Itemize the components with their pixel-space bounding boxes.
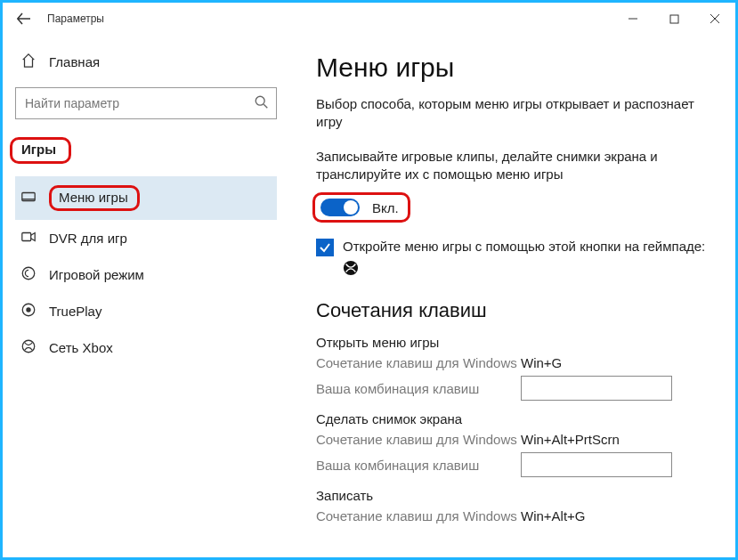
home-nav[interactable]: Главная xyxy=(15,47,277,84)
page-description-1: Выбор способа, которым меню игры открыва… xyxy=(316,95,708,132)
category-header: Игры xyxy=(20,142,58,157)
shortcut-user-input[interactable] xyxy=(521,452,672,477)
sidebar-item-label: TruePlay xyxy=(49,304,101,319)
toggle-label: Вкл. xyxy=(372,200,399,215)
svg-point-6 xyxy=(26,307,30,312)
shortcut-group-title: Открыть меню игры xyxy=(316,335,716,350)
close-button[interactable] xyxy=(694,4,735,33)
shortcut-windows-label: Сочетание клавиш для Windows xyxy=(316,508,521,523)
sidebar-item-dvr[interactable]: DVR для игр xyxy=(15,220,277,256)
controller-checkbox[interactable] xyxy=(316,239,334,256)
shortcut-windows-value: Win+G xyxy=(521,355,562,370)
game-bar-toggle[interactable] xyxy=(320,199,360,216)
shortcut-windows-value: Win+Alt+G xyxy=(521,508,586,523)
shortcut-windows-label: Сочетание клавиш для Windows xyxy=(316,355,521,370)
shortcuts-heading: Сочетания клавиш xyxy=(316,299,716,322)
minimize-button[interactable] xyxy=(612,4,653,33)
svg-point-1 xyxy=(255,96,264,105)
shortcut-user-label: Ваша комбинация клавиш xyxy=(316,458,521,473)
dvr-icon xyxy=(20,229,36,248)
checkbox-label: Откройте меню игры с помощью этой кнопки… xyxy=(343,239,705,254)
maximize-button[interactable] xyxy=(653,4,694,33)
shortcut-group-title: Записать xyxy=(316,488,716,503)
search-input[interactable] xyxy=(15,87,277,119)
shortcut-group-title: Сделать снимок экрана xyxy=(316,411,716,426)
game-mode-icon xyxy=(20,265,36,284)
sidebar-item-game-mode[interactable]: Игровой режим xyxy=(15,256,277,293)
sidebar-item-label: Меню игры xyxy=(59,190,128,205)
sidebar-item-game-bar[interactable]: Меню игры xyxy=(15,176,277,220)
trueplay-icon xyxy=(20,302,36,321)
xbox-button-icon xyxy=(343,260,716,280)
svg-rect-3 xyxy=(22,233,31,241)
shortcut-windows-value: Win+Alt+PrtScrn xyxy=(521,432,620,447)
home-label: Главная xyxy=(49,54,100,69)
back-button[interactable] xyxy=(10,4,38,33)
shortcut-user-input[interactable] xyxy=(521,376,672,401)
svg-point-4 xyxy=(22,267,35,280)
home-icon xyxy=(20,53,36,71)
window-title: Параметры xyxy=(47,12,104,25)
shortcut-windows-label: Сочетание клавиш для Windows xyxy=(316,432,521,447)
sidebar-item-label: Сеть Xbox xyxy=(49,340,113,355)
sidebar-item-xbox-network[interactable]: Сеть Xbox xyxy=(15,329,277,366)
game-bar-icon xyxy=(20,189,36,207)
svg-point-7 xyxy=(22,340,35,353)
sidebar-item-label: Игровой режим xyxy=(49,267,144,282)
shortcut-user-label: Ваша комбинация клавиш xyxy=(316,381,521,396)
page-description-2: Записывайте игровые клипы, делайте снимк… xyxy=(316,148,708,184)
sidebar-item-label: DVR для игр xyxy=(49,231,127,246)
xbox-icon xyxy=(20,338,36,357)
search-icon xyxy=(254,94,270,114)
sidebar-item-trueplay[interactable]: TruePlay xyxy=(15,293,277,329)
svg-point-8 xyxy=(344,261,358,275)
page-title: Меню игры xyxy=(316,53,716,83)
svg-rect-0 xyxy=(670,15,678,23)
